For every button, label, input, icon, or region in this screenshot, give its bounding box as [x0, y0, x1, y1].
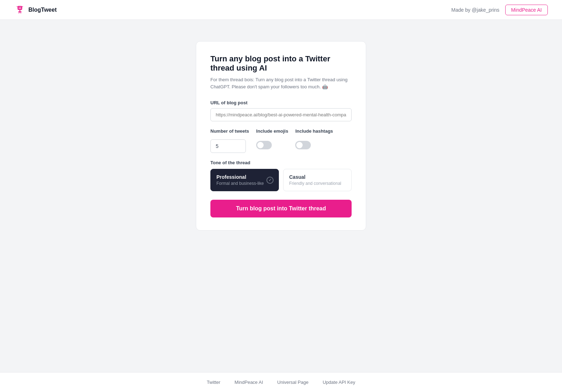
tone-label: Tone of the thread: [210, 160, 352, 165]
url-label: URL of blog post: [210, 100, 352, 105]
mindpeace-button[interactable]: MindPeace AI: [505, 5, 548, 15]
tone-casual[interactable]: Casual Friendly and conversational: [283, 169, 352, 191]
footer-universal[interactable]: Universal Page: [277, 380, 308, 385]
svg-rect-3: [18, 8, 21, 9]
controls-row: Number of tweets Include emojis Include …: [210, 128, 352, 153]
tone-professional-title: Professional: [216, 174, 273, 180]
footer-apikey[interactable]: Update API Key: [323, 380, 355, 385]
svg-rect-0: [18, 6, 22, 10]
card-subtitle: For them thread bois: Turn any blog post…: [210, 76, 352, 90]
header: BlogTweet Made by @jake_prins MindPeace …: [0, 0, 562, 20]
made-by-text: Made by @jake_prins: [451, 7, 500, 13]
card-title: Turn any blog post into a Twitter thread…: [210, 54, 352, 73]
footer-mindpeace[interactable]: MindPeace AI: [235, 380, 263, 385]
logo-text: BlogTweet: [28, 7, 57, 13]
svg-line-9: [17, 6, 17, 7]
svg-rect-2: [20, 7, 21, 7]
main-content: Turn any blog post into a Twitter thread…: [0, 20, 562, 372]
tone-professional-desc: Formal and business-like: [216, 181, 273, 186]
tweets-input[interactable]: [210, 139, 246, 153]
hashtags-toggle-wrap: [295, 139, 333, 149]
logo-area: BlogTweet: [14, 4, 57, 16]
tone-casual-desc: Friendly and conversational: [289, 181, 346, 186]
footer: Twitter MindPeace AI Universal Page Upda…: [0, 372, 562, 392]
main-card: Turn any blog post into a Twitter thread…: [196, 41, 366, 231]
svg-line-10: [22, 6, 23, 7]
hashtags-control: Include hashtags: [295, 128, 333, 149]
professional-checkmark: [266, 177, 274, 184]
tone-options: Professional Formal and business-like Ca…: [210, 169, 352, 191]
emojis-label: Include emojis: [256, 128, 288, 134]
tweets-label: Number of tweets: [210, 128, 249, 134]
url-input[interactable]: [210, 108, 352, 121]
submit-button[interactable]: Turn blog post into Twitter thread: [210, 200, 352, 217]
hashtags-toggle[interactable]: [295, 141, 311, 149]
emojis-toggle-wrap: [256, 139, 288, 149]
hashtags-label: Include hashtags: [295, 128, 333, 134]
tone-professional[interactable]: Professional Formal and business-like: [210, 169, 279, 191]
hashtags-slider: [295, 141, 311, 149]
emojis-slider: [256, 141, 272, 149]
svg-rect-1: [19, 7, 20, 7]
emojis-toggle[interactable]: [256, 141, 272, 149]
header-right: Made by @jake_prins MindPeace AI: [451, 5, 548, 15]
blogteet-logo-icon: [14, 4, 26, 16]
tweets-control: Number of tweets: [210, 128, 249, 153]
emojis-control: Include emojis: [256, 128, 288, 149]
tone-casual-title: Casual: [289, 174, 346, 180]
footer-twitter[interactable]: Twitter: [207, 380, 220, 385]
